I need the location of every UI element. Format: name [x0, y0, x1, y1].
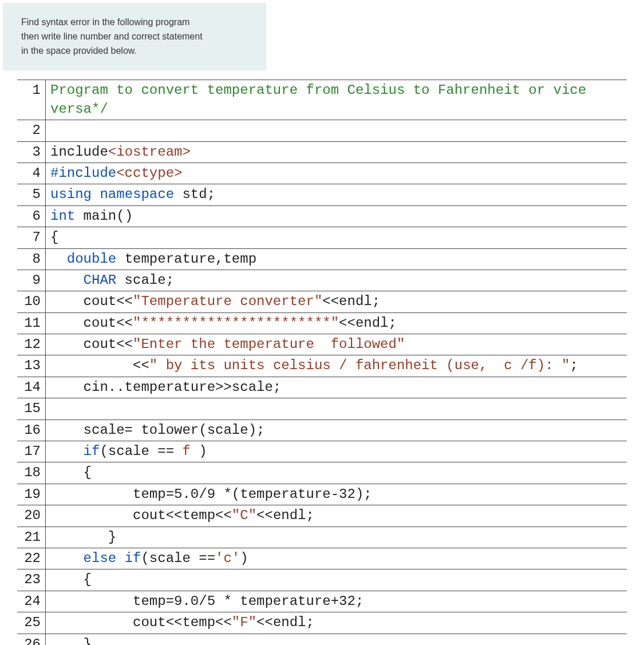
code-token: "Enter the temperature followed": [133, 337, 405, 352]
code-token: (scale ==: [100, 444, 182, 459]
code-row: 5using namespace std;: [17, 184, 627, 205]
code-token: cin..temperature>>scale;: [50, 379, 281, 395]
code-token: <<endl;: [256, 508, 314, 523]
code-row: 25 cout<<temp<<"F"<<endl;: [17, 612, 627, 634]
code-token: include: [50, 144, 108, 160]
code-token: cout<<: [50, 294, 133, 309]
line-number: 23: [17, 569, 46, 590]
code-token: #include: [50, 165, 116, 181]
code-row: 2: [17, 120, 627, 141]
page-root: Find syntax error in the following progr…: [0, 3, 644, 645]
code-token: else: [84, 551, 117, 566]
line-number: 7: [17, 227, 46, 248]
prompt-line-1: Find syntax error in the following progr…: [21, 17, 189, 27]
code-token: <<endl;: [339, 315, 397, 331]
code-token: double: [67, 251, 116, 267]
code-cell: <<" by its units celsius / fahrenheit (u…: [46, 355, 627, 376]
code-row: 3include<iostream>: [17, 142, 627, 163]
code-token: <<endl;: [322, 294, 380, 309]
code-token: temp=5.0/9 *(temperature-32);: [50, 486, 372, 502]
code-token: std;: [174, 187, 215, 202]
code-token: " by its units celsius / fahrenheit (use…: [149, 358, 570, 373]
code-token: if: [125, 551, 141, 566]
code-cell: CHAR scale;: [46, 270, 627, 291]
code-token: [50, 272, 84, 288]
code-cell: cout<<temp<<"F"<<endl;: [46, 612, 627, 633]
code-cell: cout<<"Enter the temperature followed": [46, 334, 627, 355]
code-token: ): [240, 551, 248, 566]
code-token: cout<<: [50, 315, 133, 331]
code-token: CHAR: [84, 272, 117, 288]
code-cell: [46, 398, 627, 419]
code-cell: {: [46, 462, 627, 483]
line-number: 8: [17, 249, 46, 270]
code-cell: using namespace std;: [46, 184, 627, 205]
code-row: 11 cout<<"***********************"<<endl…: [17, 313, 627, 334]
code-token: Program to convert temperature from Cels…: [50, 82, 595, 116]
line-number: 9: [17, 270, 46, 291]
line-number: 12: [17, 334, 46, 355]
code-token: scale= tolower(scale);: [50, 422, 264, 438]
code-token: cout<<: [50, 337, 133, 352]
code-token: <iostream>: [108, 144, 191, 160]
line-number: 16: [17, 420, 46, 441]
code-row: 20 cout<<temp<<"C"<<endl;: [17, 505, 627, 527]
code-cell: }: [46, 634, 627, 645]
line-number: 22: [17, 548, 46, 569]
line-number: 14: [17, 377, 46, 398]
code-row: 23 {: [17, 569, 627, 591]
line-number: 4: [17, 163, 46, 184]
code-cell: Program to convert temperature from Cels…: [46, 80, 627, 120]
prompt-line-3: in the space provided below.: [21, 46, 137, 56]
code-token: [50, 551, 84, 566]
code-token: }: [50, 636, 92, 645]
code-token: "C": [232, 508, 256, 523]
code-token: f: [182, 444, 190, 459]
code-token: ): [191, 444, 207, 459]
code-token: using: [50, 187, 92, 202]
code-cell: [46, 120, 627, 141]
code-token: namespace: [100, 187, 174, 202]
code-row: 6int main(): [17, 206, 627, 227]
code-row: 13 <<" by its units celsius / fahrenheit…: [17, 355, 627, 377]
line-number: 25: [17, 612, 46, 633]
code-cell: int main(): [46, 206, 627, 227]
code-row: 7{: [17, 227, 627, 248]
line-number: 1: [17, 80, 46, 120]
line-number: 24: [17, 591, 46, 612]
code-token: }: [50, 529, 116, 545]
line-number: 26: [17, 634, 46, 645]
code-token: <<endl;: [256, 615, 314, 630]
code-token: [50, 251, 67, 267]
code-row: 1Program to convert temperature from Cel…: [17, 80, 627, 120]
code-token: cout<<temp<<: [50, 508, 232, 523]
code-cell: scale= tolower(scale);: [46, 420, 627, 441]
code-token: <cctype>: [116, 165, 182, 181]
code-token: [92, 187, 100, 202]
code-token: temperature,temp: [116, 251, 256, 267]
code-block: 1Program to convert temperature from Cel…: [17, 80, 627, 645]
code-cell: include<iostream>: [46, 142, 627, 163]
code-row: 24 temp=9.0/5 * temperature+32;: [17, 591, 627, 612]
line-number: 15: [17, 398, 46, 419]
code-token: [50, 444, 84, 459]
line-number: 11: [17, 313, 46, 334]
code-token: cout<<temp<<: [50, 615, 232, 630]
code-cell: cout<<"***********************"<<endl;: [46, 313, 627, 334]
code-cell: double temperature,temp: [46, 249, 627, 270]
code-row: 14 cin..temperature>>scale;: [17, 377, 627, 398]
code-token: (scale ==: [141, 551, 215, 566]
code-cell: temp=5.0/9 *(temperature-32);: [46, 484, 627, 505]
code-row: 4#include<cctype>: [17, 163, 627, 184]
line-number: 2: [17, 120, 46, 141]
code-token: {: [50, 465, 92, 480]
code-row: 8 double temperature,temp: [17, 249, 627, 270]
line-number: 6: [17, 206, 46, 227]
code-row: 17 if(scale == f ): [17, 441, 627, 462]
code-cell: {: [46, 227, 627, 248]
line-number: 3: [17, 142, 46, 163]
code-token: 'c': [215, 551, 240, 566]
code-cell: temp=9.0/5 * temperature+32;: [46, 591, 627, 612]
code-token: int: [50, 208, 75, 224]
code-cell: cout<<"Temperature converter"<<endl;: [46, 291, 627, 312]
